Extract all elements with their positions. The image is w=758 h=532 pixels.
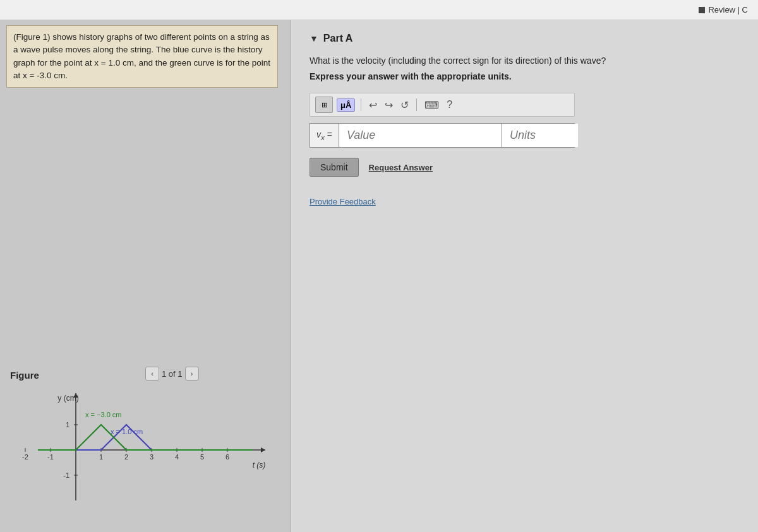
svg-text:x = 1.0 cm: x = 1.0 cm	[111, 428, 143, 435]
action-row: Submit Request Answer	[310, 158, 739, 177]
svg-text:6: 6	[226, 453, 229, 461]
answer-toolbar: ⊞ μÅ ↩ ↪ ↺ ⌨ ?	[310, 93, 575, 117]
answer-variable-label: vx =	[310, 124, 339, 147]
keyboard-button[interactable]: ⌨	[423, 99, 441, 111]
review-label: Review | C	[708, 5, 748, 15]
redo-button[interactable]: ↪	[383, 99, 395, 111]
right-panel: ▼ Part A What is the velocity (including…	[291, 20, 758, 532]
graph-svg: -2 -1 1 2 3 4 5 6 1 -1 y (cm) t (s)	[13, 387, 278, 519]
toolbar-separator-1	[361, 98, 361, 111]
svg-text:x = −3.0 cm: x = −3.0 cm	[85, 411, 121, 418]
matrix-icon: ⊞	[322, 101, 327, 109]
refresh-button[interactable]: ↺	[399, 99, 411, 111]
prev-figure-button[interactable]: ‹	[145, 367, 159, 381]
mu-label: μÅ	[340, 100, 351, 110]
mu-button[interactable]: μÅ	[337, 98, 355, 112]
undo-button[interactable]: ↩	[367, 99, 379, 111]
matrix-button[interactable]: ⊞	[315, 97, 333, 113]
next-figure-button[interactable]: ›	[185, 367, 199, 381]
units-input[interactable]	[502, 124, 578, 147]
help-button[interactable]: ?	[445, 99, 454, 110]
svg-text:y (cm): y (cm)	[57, 394, 78, 403]
svg-text:1: 1	[66, 421, 69, 429]
feedback-section: Provide Feedback	[310, 196, 739, 207]
figure-nav: ‹ 1 of 1 ›	[145, 367, 199, 381]
part-title: Part A	[323, 33, 353, 44]
answer-row: vx =	[310, 123, 575, 148]
review-icon	[699, 7, 705, 13]
svg-text:-1: -1	[63, 471, 69, 479]
answer-label-text: vx =	[316, 129, 332, 141]
provide-feedback-link[interactable]: Provide Feedback	[310, 197, 376, 206]
submit-button[interactable]: Submit	[310, 158, 359, 177]
value-input[interactable]	[339, 124, 502, 147]
question-text: What is the velocity (including the corr…	[310, 54, 739, 68]
toolbar-separator-2	[416, 98, 417, 111]
svg-text:t (s): t (s)	[253, 461, 266, 470]
request-answer-link[interactable]: Request Answer	[369, 163, 433, 172]
part-arrow-icon: ▼	[310, 33, 318, 44]
svg-text:4: 4	[175, 453, 179, 461]
instruction-text: Express your answer with the appropriate…	[310, 71, 739, 81]
part-header: ▼ Part A	[310, 33, 739, 44]
problem-description: (Figure 1) shows history graphs of two d…	[6, 25, 278, 88]
graph-area: -2 -1 1 2 3 4 5 6 1 -1 y (cm) t (s)	[13, 387, 278, 519]
svg-text:-2: -2	[22, 453, 28, 461]
svg-text:1: 1	[99, 453, 103, 461]
left-panel: (Figure 1) shows history graphs of two d…	[0, 20, 291, 532]
figure-label: Figure	[10, 370, 39, 381]
svg-text:2: 2	[124, 453, 128, 461]
svg-text:-1: -1	[47, 453, 54, 461]
svg-text:5: 5	[200, 453, 204, 461]
figure-nav-text: 1 of 1	[162, 369, 183, 379]
top-bar: Review | C	[0, 0, 758, 20]
svg-text:3: 3	[150, 453, 153, 461]
